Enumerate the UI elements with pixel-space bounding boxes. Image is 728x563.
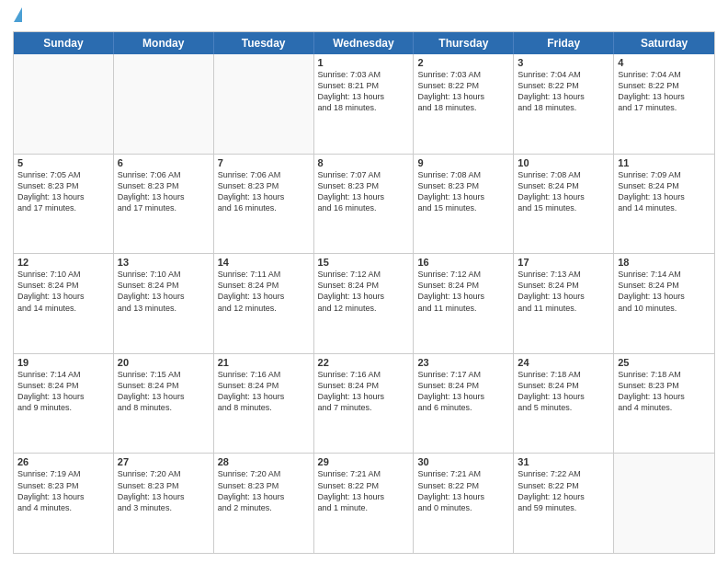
calendar-cell: 17Sunrise: 7:13 AM Sunset: 8:24 PM Dayli…	[514, 254, 614, 353]
day-info: Sunrise: 7:03 AM Sunset: 8:22 PM Dayligh…	[417, 69, 509, 114]
day-info: Sunrise: 7:09 AM Sunset: 8:24 PM Dayligh…	[618, 169, 711, 214]
day-info: Sunrise: 7:05 AM Sunset: 8:23 PM Dayligh…	[17, 169, 109, 214]
day-number: 17	[518, 257, 609, 268]
calendar-cell: 31Sunrise: 7:22 AM Sunset: 8:22 PM Dayli…	[514, 454, 614, 553]
day-number: 8	[318, 157, 410, 168]
calendar-body: 1Sunrise: 7:03 AM Sunset: 8:21 PM Daylig…	[14, 54, 714, 553]
day-info: Sunrise: 7:08 AM Sunset: 8:24 PM Dayligh…	[518, 169, 609, 214]
calendar-row-1: 5Sunrise: 7:05 AM Sunset: 8:23 PM Daylig…	[14, 154, 714, 254]
calendar-cell: 25Sunrise: 7:18 AM Sunset: 8:23 PM Dayli…	[614, 354, 714, 454]
day-number: 23	[417, 357, 509, 368]
calendar-cell	[114, 54, 214, 154]
day-info: Sunrise: 7:14 AM Sunset: 8:24 PM Dayligh…	[618, 269, 711, 314]
day-number: 25	[618, 357, 711, 368]
day-number: 20	[118, 357, 210, 368]
day-number: 28	[218, 456, 310, 467]
day-number: 10	[518, 157, 609, 168]
calendar-cell: 22Sunrise: 7:16 AM Sunset: 8:24 PM Dayli…	[314, 354, 415, 454]
day-number: 30	[417, 456, 509, 467]
calendar-row-2: 12Sunrise: 7:10 AM Sunset: 8:24 PM Dayli…	[14, 253, 714, 353]
day-number: 21	[218, 357, 310, 368]
day-info: Sunrise: 7:15 AM Sunset: 8:24 PM Dayligh…	[118, 369, 210, 414]
day-info: Sunrise: 7:16 AM Sunset: 8:24 PM Dayligh…	[218, 369, 310, 414]
weekday-header-saturday: Saturday	[614, 32, 714, 54]
calendar-cell: 10Sunrise: 7:08 AM Sunset: 8:24 PM Dayli…	[514, 155, 614, 254]
calendar-cell: 20Sunrise: 7:15 AM Sunset: 8:24 PM Dayli…	[114, 354, 214, 454]
calendar-cell: 29Sunrise: 7:21 AM Sunset: 8:22 PM Dayli…	[314, 454, 415, 553]
weekday-header-sunday: Sunday	[14, 32, 114, 54]
day-info: Sunrise: 7:10 AM Sunset: 8:24 PM Dayligh…	[17, 269, 109, 314]
day-info: Sunrise: 7:04 AM Sunset: 8:22 PM Dayligh…	[518, 69, 609, 114]
calendar-cell: 28Sunrise: 7:20 AM Sunset: 8:23 PM Dayli…	[214, 454, 314, 553]
day-info: Sunrise: 7:03 AM Sunset: 8:21 PM Dayligh…	[318, 69, 410, 114]
day-number: 26	[17, 456, 109, 467]
calendar-cell: 27Sunrise: 7:20 AM Sunset: 8:23 PM Dayli…	[114, 454, 214, 553]
weekday-header-thursday: Thursday	[414, 32, 514, 54]
calendar-cell: 30Sunrise: 7:21 AM Sunset: 8:22 PM Dayli…	[414, 454, 514, 553]
day-number: 15	[318, 257, 410, 268]
calendar-cell	[214, 54, 314, 154]
day-number: 22	[318, 357, 410, 368]
calendar-cell: 8Sunrise: 7:07 AM Sunset: 8:23 PM Daylig…	[314, 155, 415, 254]
day-number: 16	[417, 257, 509, 268]
day-number: 3	[518, 57, 609, 68]
calendar-cell: 18Sunrise: 7:14 AM Sunset: 8:24 PM Dayli…	[614, 254, 714, 353]
day-number: 7	[218, 157, 310, 168]
logo-triangle-icon	[14, 7, 22, 22]
day-number: 6	[118, 157, 210, 168]
weekday-header-wednesday: Wednesday	[314, 32, 415, 54]
day-info: Sunrise: 7:17 AM Sunset: 8:24 PM Dayligh…	[417, 369, 509, 414]
calendar-cell: 7Sunrise: 7:06 AM Sunset: 8:23 PM Daylig…	[214, 155, 314, 254]
day-info: Sunrise: 7:21 AM Sunset: 8:22 PM Dayligh…	[417, 468, 509, 513]
calendar-cell: 15Sunrise: 7:12 AM Sunset: 8:24 PM Dayli…	[314, 254, 415, 353]
day-info: Sunrise: 7:20 AM Sunset: 8:23 PM Dayligh…	[218, 468, 310, 513]
day-number: 4	[618, 57, 711, 68]
calendar-cell: 24Sunrise: 7:18 AM Sunset: 8:24 PM Dayli…	[514, 354, 614, 454]
day-info: Sunrise: 7:06 AM Sunset: 8:23 PM Dayligh…	[118, 169, 210, 214]
calendar-cell: 6Sunrise: 7:06 AM Sunset: 8:23 PM Daylig…	[114, 155, 214, 254]
day-info: Sunrise: 7:19 AM Sunset: 8:23 PM Dayligh…	[17, 468, 109, 513]
calendar-cell: 16Sunrise: 7:12 AM Sunset: 8:24 PM Dayli…	[414, 254, 514, 353]
calendar-cell: 26Sunrise: 7:19 AM Sunset: 8:23 PM Dayli…	[14, 454, 114, 553]
calendar-cell	[614, 454, 714, 553]
calendar-cell: 23Sunrise: 7:17 AM Sunset: 8:24 PM Dayli…	[414, 354, 514, 454]
day-info: Sunrise: 7:12 AM Sunset: 8:24 PM Dayligh…	[318, 269, 410, 314]
day-number: 1	[318, 57, 410, 68]
day-info: Sunrise: 7:10 AM Sunset: 8:24 PM Dayligh…	[118, 269, 210, 314]
calendar-cell: 9Sunrise: 7:08 AM Sunset: 8:23 PM Daylig…	[414, 155, 514, 254]
calendar-cell: 2Sunrise: 7:03 AM Sunset: 8:22 PM Daylig…	[414, 54, 514, 154]
calendar-cell: 19Sunrise: 7:14 AM Sunset: 8:24 PM Dayli…	[14, 354, 114, 454]
calendar-cell: 1Sunrise: 7:03 AM Sunset: 8:21 PM Daylig…	[314, 54, 415, 154]
calendar-cell: 11Sunrise: 7:09 AM Sunset: 8:24 PM Dayli…	[614, 155, 714, 254]
weekday-header-friday: Friday	[514, 32, 614, 54]
calendar-header: SundayMondayTuesdayWednesdayThursdayFrid…	[14, 32, 714, 54]
day-number: 2	[417, 57, 509, 68]
calendar-cell: 3Sunrise: 7:04 AM Sunset: 8:22 PM Daylig…	[514, 54, 614, 154]
day-number: 13	[118, 257, 210, 268]
day-number: 11	[618, 157, 711, 168]
calendar-cell: 13Sunrise: 7:10 AM Sunset: 8:24 PM Dayli…	[114, 254, 214, 353]
day-number: 31	[518, 456, 609, 467]
calendar-cell	[14, 54, 114, 154]
calendar-cell: 4Sunrise: 7:04 AM Sunset: 8:22 PM Daylig…	[614, 54, 714, 154]
calendar-cell: 5Sunrise: 7:05 AM Sunset: 8:23 PM Daylig…	[14, 155, 114, 254]
calendar-cell: 12Sunrise: 7:10 AM Sunset: 8:24 PM Dayli…	[14, 254, 114, 353]
day-info: Sunrise: 7:14 AM Sunset: 8:24 PM Dayligh…	[17, 369, 109, 414]
day-info: Sunrise: 7:18 AM Sunset: 8:24 PM Dayligh…	[518, 369, 609, 414]
day-number: 9	[417, 157, 509, 168]
day-info: Sunrise: 7:18 AM Sunset: 8:23 PM Dayligh…	[618, 369, 711, 414]
day-info: Sunrise: 7:13 AM Sunset: 8:24 PM Dayligh…	[518, 269, 609, 314]
day-info: Sunrise: 7:06 AM Sunset: 8:23 PM Dayligh…	[218, 169, 310, 214]
day-number: 19	[17, 357, 109, 368]
header	[13, 9, 715, 24]
day-number: 18	[618, 257, 711, 268]
day-number: 14	[218, 257, 310, 268]
day-info: Sunrise: 7:20 AM Sunset: 8:23 PM Dayligh…	[118, 468, 210, 513]
weekday-header-monday: Monday	[114, 32, 214, 54]
weekday-header-tuesday: Tuesday	[214, 32, 314, 54]
day-number: 27	[118, 456, 210, 467]
day-info: Sunrise: 7:04 AM Sunset: 8:22 PM Dayligh…	[618, 69, 711, 114]
calendar: SundayMondayTuesdayWednesdayThursdayFrid…	[13, 31, 715, 554]
day-number: 12	[17, 257, 109, 268]
calendar-row-0: 1Sunrise: 7:03 AM Sunset: 8:21 PM Daylig…	[14, 54, 714, 154]
